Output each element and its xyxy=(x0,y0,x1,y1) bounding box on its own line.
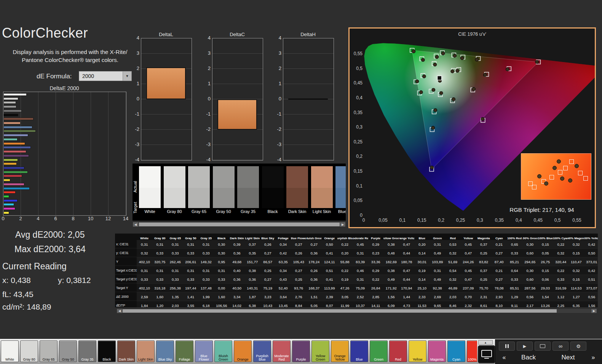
scroll-thumb[interactable] xyxy=(139,223,340,226)
description-line2: Pantone ColorChecker® target colors. xyxy=(22,57,118,63)
scroll-right-icon[interactable]: ▶ xyxy=(340,222,345,227)
toolbar-patch-dark-skin[interactable]: Dark Skin xyxy=(117,340,135,362)
toolbar-patch-bluish-green[interactable]: Bluish Green xyxy=(214,340,232,362)
toolbar-patch-label: Blue Flower xyxy=(195,354,212,361)
toolbar-patch-purplish-blue[interactable]: Purplish Blue xyxy=(253,340,271,362)
table-cell: 1,51 xyxy=(307,292,322,301)
toolbar-patch-foliage[interactable]: Foliage xyxy=(176,340,193,362)
table-cell: 2,69 xyxy=(430,292,446,301)
toolbar-patch-red[interactable]: Red xyxy=(389,340,407,362)
swatch-label: Light Skin xyxy=(311,208,333,214)
toolbar-patch-gray-50[interactable]: Gray 50 xyxy=(59,340,77,362)
toolbar-patch-yellow[interactable]: Yellow xyxy=(409,340,426,362)
table-cell: 55,88 xyxy=(337,258,353,266)
display-button[interactable] xyxy=(478,345,495,363)
toolbar-patch-orange-yellow[interactable]: Orange Yellow xyxy=(331,340,349,362)
toolbar-patch-blue-sky[interactable]: Blue Sky xyxy=(156,340,174,362)
play-button[interactable]: ▶ xyxy=(517,342,533,351)
swatch-dark-skin: Dark Skin xyxy=(286,166,308,214)
toolbar-patch-black[interactable]: Black xyxy=(98,340,116,362)
table-col-header-light-skin: Light Skin xyxy=(245,234,260,240)
popup-button[interactable]: ▲ xyxy=(478,340,493,345)
mini-y-tick: 3 xyxy=(131,50,139,56)
measured-point xyxy=(430,166,434,169)
toolbar-patch-gray-35[interactable]: Gray 35 xyxy=(78,340,96,362)
toolbar-patch-blue[interactable]: Blue xyxy=(350,340,368,362)
scroll-right-icon[interactable]: ▶ xyxy=(591,309,597,313)
toolbar-patch-gray-65[interactable]: Gray 65 xyxy=(40,340,57,362)
table-cell: 0,53 xyxy=(445,240,461,249)
cie-y-tick: 0,55 xyxy=(350,51,362,56)
table-cell: 0,56 xyxy=(522,292,538,301)
table-cell: 0,23 xyxy=(368,249,384,258)
table-cell: 171,92 xyxy=(383,284,399,292)
toolbar-patch-label: Foliage xyxy=(176,358,193,361)
table-cell: 103,89 xyxy=(430,258,446,266)
mini-chart-deltal xyxy=(141,38,192,161)
toolbar-patch-label: Gray 65 xyxy=(40,358,57,361)
toolbar-patch-yellow-green[interactable]: Yellow Green xyxy=(311,340,329,362)
scroll-left-icon[interactable]: ◀ xyxy=(133,222,138,227)
table-cell: 0,36 xyxy=(229,249,245,258)
table-col-header-100-red: 100% Red xyxy=(507,234,522,240)
table-cell: 0,46 xyxy=(353,266,368,275)
table-cell: 0,47 xyxy=(399,240,415,249)
table-cell: 1,20 xyxy=(152,301,168,307)
next-button[interactable]: Next xyxy=(553,353,583,362)
toolbar-patch-label: White xyxy=(1,358,18,361)
deltae-bar-100-magenta xyxy=(4,208,15,210)
swatch-scrollbar[interactable]: ◀ ▶ xyxy=(133,222,346,227)
table-cell: 3,05 xyxy=(337,292,353,301)
chevron-down-icon[interactable]: ▼ xyxy=(123,72,131,81)
toolbar-patch-gray-80[interactable]: Gray 80 xyxy=(20,340,38,362)
toolbar-patch-blue-flower[interactable]: Blue Flower xyxy=(195,340,213,362)
toolbar-patch-moderate-red[interactable]: Moderate Red xyxy=(273,340,291,362)
table-cell: 170,94 xyxy=(399,284,415,292)
reading-y: y: 0,3812 xyxy=(58,276,91,285)
deltae-x-tick: 4 xyxy=(32,216,44,221)
toolbar-patch-green[interactable]: Green xyxy=(370,340,388,362)
table-cell: 0,36 xyxy=(307,275,322,284)
toolbar-patch-cyan[interactable]: Cyan xyxy=(447,340,465,362)
back-chevrons-icon[interactable]: « xyxy=(497,353,511,362)
deltae-x-tick: 14 xyxy=(120,216,131,221)
table-cell: 26,75 xyxy=(538,258,553,266)
de-formula-dropdown[interactable]: 2000 ▼ xyxy=(79,71,132,81)
monitor-icon-base xyxy=(484,358,489,359)
toolbar-patch-100-red[interactable]: 100% Red xyxy=(467,340,477,362)
toolbar-patch-white[interactable]: White xyxy=(1,340,19,362)
table-cell: 0,42 xyxy=(584,266,598,275)
back-button[interactable]: Back xyxy=(513,353,544,362)
table-col-header-blue-sky: Blue Sky xyxy=(260,234,276,240)
colorchecker-app: ColorChecker Display analysis is perform… xyxy=(0,0,602,364)
scroll-left-icon[interactable]: ◀ xyxy=(117,309,122,313)
scroll-thumb[interactable] xyxy=(123,309,557,313)
table-cell: 0,38 xyxy=(383,266,399,275)
toolbar-patch-light-skin[interactable]: Light Skin xyxy=(137,340,155,362)
swatch-actual xyxy=(188,166,210,188)
pause-button[interactable] xyxy=(499,342,515,351)
table-cell: 0,15 xyxy=(538,266,553,275)
table-cell: 0,20 xyxy=(337,249,353,258)
cie-y-tick: 0,4 xyxy=(350,95,362,100)
de-formula-label: dE Formula: xyxy=(37,73,72,80)
table-cell: 0,31 xyxy=(353,249,368,258)
table-scrollbar[interactable]: ◀ ▶ xyxy=(117,308,597,313)
table-cell: 0,31 xyxy=(198,266,214,275)
toolbar-patch-label: Purplish Blue xyxy=(254,354,271,361)
toolbar-patch-label: Gray 35 xyxy=(79,358,96,361)
toolbar-patch-purple[interactable]: Purple xyxy=(292,340,310,362)
table-cell: 0,48 xyxy=(383,249,399,258)
toolbar-patch-magenta[interactable]: Magenta xyxy=(428,340,446,362)
inset-target-point xyxy=(583,176,588,181)
table-cell: 0,27 xyxy=(291,240,307,249)
table-cell: 140,31 xyxy=(245,284,260,292)
continuous-measure-button[interactable]: ∞ xyxy=(552,342,568,351)
table-cell: 110,47 xyxy=(568,258,584,266)
table-cell: 294,65 xyxy=(522,258,538,266)
table-cell: 0,32 xyxy=(445,275,461,284)
next-chevrons-icon[interactable]: » xyxy=(586,353,600,362)
toolbar-patch-orange[interactable]: Orange xyxy=(234,340,252,362)
capture-button[interactable] xyxy=(535,342,551,351)
settings-button[interactable]: ⚙ xyxy=(570,342,586,351)
